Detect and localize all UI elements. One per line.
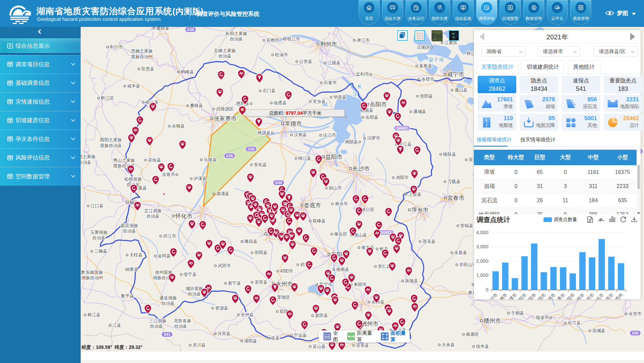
svg-text:湘阴县: 湘阴县 <box>345 139 358 144</box>
svg-text:灌阳县: 灌阳县 <box>244 338 257 343</box>
svg-text:娄底市: 娄底市 <box>304 202 321 209</box>
svg-text:南康区: 南康区 <box>466 332 479 337</box>
svg-text:大余县: 大余县 <box>442 342 455 347</box>
svg-text:黔东南苗族: 黔东南苗族 <box>81 270 103 275</box>
svg-text:苗族自治县: 苗族自治县 <box>100 143 122 148</box>
svg-text:瑞金市: 瑞金市 <box>536 315 549 320</box>
svg-text:宣恩县: 宣恩县 <box>141 66 154 71</box>
svg-text:秀山土家族: 秀山土家族 <box>113 158 135 163</box>
svg-text:枝江市: 枝江市 <box>287 36 300 41</box>
svg-text:赣州市: 赣州市 <box>484 318 501 324</box>
svg-text:利川市: 利川市 <box>110 44 123 49</box>
svg-text:东安县: 东安县 <box>254 280 268 285</box>
svg-text:怀化市: 怀化市 <box>175 213 193 219</box>
svg-text:炎陵县: 炎陵县 <box>405 278 418 283</box>
svg-text:3,000: 3,000 <box>476 244 488 249</box>
svg-text:监利市: 监利市 <box>356 72 369 77</box>
svg-text:武冈市: 武冈市 <box>217 263 231 268</box>
svg-text:韶山市: 韶山市 <box>328 185 342 190</box>
svg-text:江陵县: 江陵县 <box>327 60 340 65</box>
svg-text:自治县: 自治县 <box>92 235 106 240</box>
svg-text:汉南区: 汉南区 <box>417 45 430 50</box>
svg-text:溆浦县: 溆浦县 <box>216 191 229 196</box>
svg-text:黎平县: 黎平县 <box>121 293 134 298</box>
svg-text:恩施土家族: 恩施土家族 <box>131 48 153 53</box>
svg-text:资源县: 资源县 <box>215 305 228 311</box>
svg-text:信丰县: 信丰县 <box>476 344 489 349</box>
svg-text:吉首市: 吉首市 <box>162 172 175 177</box>
svg-text:黔江区: 黔江区 <box>101 96 114 101</box>
svg-text:新晃侗族: 新晃侗族 <box>121 223 138 228</box>
svg-text:榕江县: 榕江县 <box>87 312 100 317</box>
svg-text:S41: S41 <box>164 332 170 336</box>
svg-text:永安市: 永安市 <box>629 311 642 316</box>
svg-text:铜鼓县: 铜鼓县 <box>443 152 456 157</box>
svg-text:通城县: 通城县 <box>413 109 426 114</box>
svg-text:花垣县: 花垣县 <box>148 157 161 162</box>
svg-text:长阳土家族: 长阳土家族 <box>226 31 247 36</box>
svg-text:G56: G56 <box>226 154 233 158</box>
svg-text:G56: G56 <box>248 147 255 151</box>
svg-text:新宁县: 新宁县 <box>228 281 241 286</box>
svg-text:锦屏县: 锦屏县 <box>125 267 138 272</box>
svg-text:自治县: 自治县 <box>150 324 163 329</box>
svg-text:天柱县: 天柱县 <box>129 252 143 257</box>
svg-text:鹤峰县: 鹤峰县 <box>181 69 194 74</box>
svg-text:荆州市: 荆州市 <box>320 41 337 47</box>
svg-text:自治县: 自治县 <box>123 228 136 233</box>
svg-text:石门县: 石门县 <box>263 88 276 93</box>
svg-text:城步苗族: 城步苗族 <box>186 286 203 291</box>
svg-text:双峰县: 双峰县 <box>312 218 326 223</box>
svg-text:自治县: 自治县 <box>230 36 243 41</box>
svg-text:兴安县: 兴安县 <box>217 331 231 336</box>
svg-text:万载县: 万载县 <box>447 179 460 184</box>
svg-text:长沙市: 长沙市 <box>353 166 370 172</box>
svg-text:祁阳市: 祁阳市 <box>280 268 293 274</box>
svg-text:安化县: 安化县 <box>254 162 267 167</box>
svg-text:耒阳市: 耒阳市 <box>354 282 367 287</box>
svg-text:长沙市: 长沙市 <box>486 292 498 299</box>
svg-text:郴州市: 郴州市 <box>361 321 378 327</box>
svg-text:侗族自治州: 侗族自治州 <box>81 275 103 280</box>
svg-text:通山县: 通山县 <box>454 87 468 93</box>
svg-text:沅江市: 沅江市 <box>323 133 336 138</box>
svg-text:宁远县: 宁远县 <box>294 333 307 338</box>
svg-text:自治县: 自治县 <box>218 53 232 59</box>
svg-text:长: 长 <box>357 84 362 89</box>
svg-text:梁子湖: 梁子湖 <box>429 57 444 63</box>
svg-text:零陵区: 零陵区 <box>277 295 290 300</box>
svg-text:于都县: 于都县 <box>511 311 524 316</box>
svg-text:萍乡市: 萍乡市 <box>411 207 429 213</box>
svg-text:咸宁市: 咸宁市 <box>447 71 464 78</box>
svg-text:公安县: 公安县 <box>299 59 312 64</box>
svg-text:自治县: 自治县 <box>162 301 175 306</box>
svg-text:松滋市: 松滋市 <box>275 52 288 57</box>
svg-text:汉寿县: 汉寿县 <box>294 132 307 137</box>
svg-text:永新县: 永新县 <box>454 250 467 255</box>
svg-text:宜章县: 宜章县 <box>356 343 369 348</box>
svg-text:三江侗族: 三江侗族 <box>149 318 166 323</box>
svg-text:莲花县: 莲花县 <box>422 239 436 244</box>
svg-text:石首市: 石首市 <box>324 80 337 85</box>
svg-text:蓝山县: 蓝山县 <box>313 344 326 349</box>
svg-text:泸溪县: 泸溪县 <box>194 176 207 181</box>
svg-text:邵阳县: 邵阳县 <box>254 250 268 255</box>
svg-text:衡南县: 衡南县 <box>336 267 349 272</box>
svg-text:汨罗市: 汨罗市 <box>367 136 380 141</box>
svg-text:0: 0 <box>486 287 488 292</box>
svg-text:连城县: 连城县 <box>592 328 605 333</box>
svg-text:安乡县: 安乡县 <box>313 99 326 104</box>
svg-text:五峰土家族: 五峰土家族 <box>214 48 236 53</box>
svg-text:江: 江 <box>353 91 357 97</box>
svg-text:渌口区: 渌口区 <box>361 207 374 212</box>
svg-text:S30: S30 <box>632 331 639 335</box>
svg-text:松桃苗族: 松桃苗族 <box>124 177 142 182</box>
svg-text:全州县: 全州县 <box>241 312 254 317</box>
svg-text:桑植县: 桑植县 <box>190 103 203 108</box>
svg-text:浏阳市: 浏阳市 <box>396 175 409 180</box>
svg-text:三穗县: 三穗县 <box>94 249 107 254</box>
svg-text:G55: G55 <box>275 181 282 185</box>
svg-text:赤壁市: 赤壁市 <box>421 77 434 82</box>
svg-text:岳阳县: 岳阳县 <box>365 115 378 120</box>
svg-text:沅陵县: 沅陵县 <box>203 157 217 162</box>
